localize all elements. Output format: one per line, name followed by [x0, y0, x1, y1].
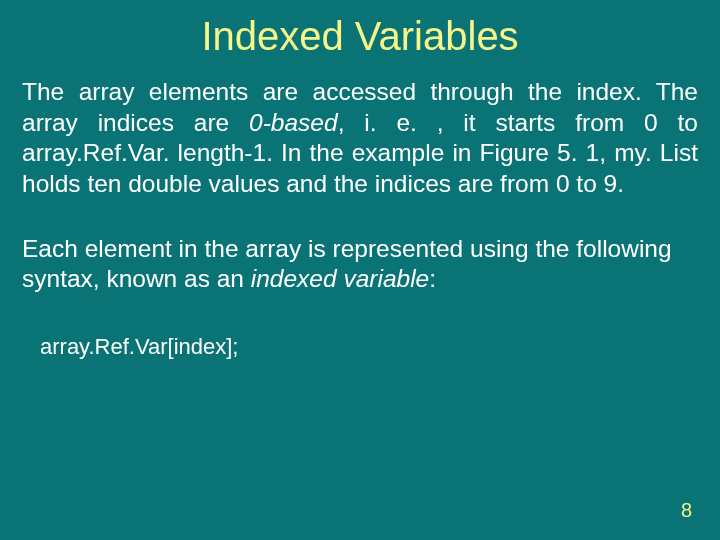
paragraph-1: The array elements are accessed through …	[22, 77, 698, 200]
slide-body: The array elements are accessed through …	[0, 77, 720, 360]
para1-emphasis: 0-based	[249, 109, 338, 136]
page-number: 8	[681, 499, 692, 522]
code-syntax: array.Ref.Var[index];	[22, 333, 698, 361]
para2-emphasis: indexed variable	[251, 265, 429, 292]
para2-text-c: :	[429, 265, 436, 292]
slide-title: Indexed Variables	[0, 0, 720, 77]
paragraph-2: Each element in the array is represented…	[22, 234, 698, 295]
